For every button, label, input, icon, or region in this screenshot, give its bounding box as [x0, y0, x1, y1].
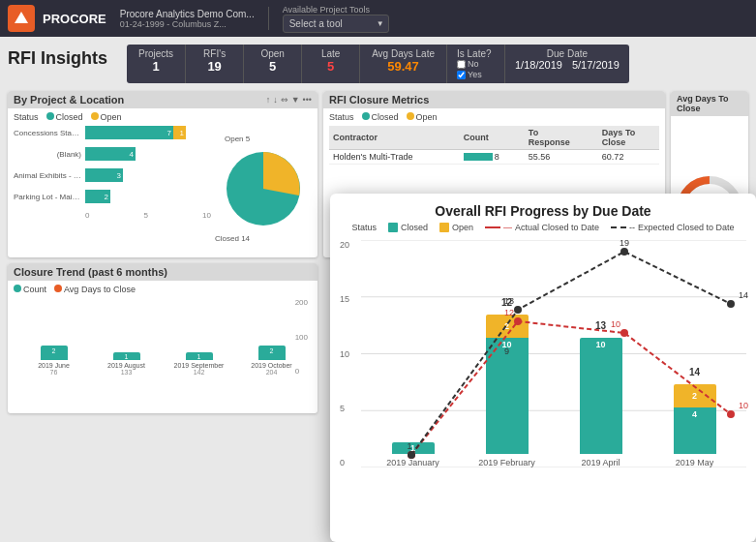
label-jan: 1	[407, 441, 411, 451]
by-project-panel: By Project & Location ↑ ↓ ⇔ ▼ ••• Status…	[8, 91, 318, 257]
tools-section: Available Project Tools Select a tool	[283, 5, 389, 33]
teal-bar: 2	[85, 190, 110, 203]
rfi-progress-title: Overall RFI Progress by Due Date	[340, 203, 746, 219]
to-response-cell: 55.56	[525, 150, 598, 165]
label-apr-exp: 19	[620, 238, 629, 248]
label-may-exp: 14	[739, 290, 748, 300]
open-legend-dot	[91, 112, 99, 120]
x-axis: 0510	[14, 211, 211, 220]
trend-group-2: 1 2019 September 142	[166, 298, 231, 376]
sort-asc-icon[interactable]: ↑	[266, 95, 271, 105]
status-label: Status	[351, 223, 377, 232]
is-late-yes-checkbox[interactable]	[457, 71, 466, 79]
label-apr-act: 10	[611, 319, 620, 329]
col-to-response: ToResponse	[525, 126, 598, 150]
legend-closed: Closed	[388, 223, 428, 232]
stat-due-date: Due Date 1/18/2019 5/17/2019	[505, 45, 629, 83]
project-name: Procore Analytics Demo Com...	[120, 9, 255, 19]
trend-group-0: 2 2019 June 76	[21, 298, 86, 376]
closed-dot	[362, 112, 370, 120]
stat-avg-days: Avg Days Late 59.47	[360, 45, 447, 83]
avg-days-title-bar: Avg Days To Close	[671, 91, 748, 116]
progress-chart: 0 5 10 15 20 1	[340, 240, 746, 492]
resize-icon[interactable]: ⇔	[281, 95, 288, 105]
avg-days-title: Avg Days To Close	[677, 94, 742, 113]
main-content: RFI Insights Projects 1 RFI's 19 Open 5 …	[0, 37, 756, 542]
panel-toolbar: ↑ ↓ ⇔ ▼ •••	[266, 95, 312, 105]
expected-dot-apr	[620, 248, 628, 256]
expected-line	[611, 226, 626, 228]
line-overlay-svg: 1 13 19 14 12 10 10 9	[361, 240, 746, 467]
actual-dot-apr	[620, 329, 628, 337]
filter-icon[interactable]: ▼	[291, 95, 300, 105]
brand-name: PROCORE	[43, 12, 106, 26]
top-nav: PROCORE Procore Analytics Demo Com... 01…	[0, 0, 756, 37]
project-info: Procore Analytics Demo Com... 01-24-1999…	[120, 9, 255, 29]
actual-line	[485, 226, 500, 228]
tools-label: Available Project Tools	[283, 5, 389, 15]
by-project-title: By Project & Location	[14, 94, 124, 105]
actual-dot-may	[727, 410, 735, 418]
by-project-chart: Concessions Stands -... 7 1 (Blank) 4	[14, 126, 312, 252]
stat-is-late: Is Late? No Yes	[447, 45, 505, 83]
closed-legend-dot	[46, 112, 54, 120]
closure-trend-panel: Closure Trend (past 6 months) Count Avg …	[8, 263, 318, 413]
legend-expected: -- Expected Closed to Date	[611, 223, 735, 232]
closure-metrics-title-bar: RFI Closure Metrics	[323, 91, 665, 108]
expected-dot-may	[727, 300, 735, 308]
closure-metrics-legend: Status Closed Open	[329, 112, 659, 122]
stat-open: Open 5	[244, 45, 302, 83]
teal-bar: 3	[85, 168, 123, 182]
pie-svg	[220, 145, 307, 232]
bar-row-3: Parking Lot - Main Lo... 2	[14, 190, 211, 203]
legend-actual: — Actual Closed to Date	[485, 223, 599, 232]
closure-trend-title: Closure Trend (past 6 months)	[14, 266, 167, 278]
bar-row-0: Concessions Stands -... 7 1	[14, 126, 211, 139]
by-project-title-bar: By Project & Location ↑ ↓ ⇔ ▼ •••	[8, 91, 318, 108]
metrics-table: Contractor Count ToResponse Days ToClose…	[329, 126, 659, 165]
col-contractor: Contractor	[329, 126, 460, 150]
is-late-yes[interactable]: Yes	[457, 70, 495, 79]
trend-bar-2: 1	[186, 352, 213, 360]
yellow-bar: 1	[173, 126, 186, 139]
bar-row-1: (Blank) 4	[14, 147, 211, 161]
stat-rfis: RFI's 19	[186, 45, 244, 83]
stats-bar: Projects 1 RFI's 19 Open 5 Late 5 Avg Da…	[127, 45, 629, 83]
label-may-act: 10	[739, 401, 748, 410]
legend-open: Open	[439, 223, 473, 232]
closure-trend-title-bar: Closure Trend (past 6 months)	[8, 263, 318, 281]
days-to-close-cell: 60.72	[598, 150, 659, 165]
svg-marker-0	[15, 12, 28, 23]
trend-chart: 200 100 0 2 2019 June 76 1 2019 Augus	[14, 298, 312, 376]
rfi-progress-panel: Overall RFI Progress by Due Date Status …	[330, 194, 756, 542]
teal-bar: 4	[85, 147, 136, 161]
label-feb-act: 12	[504, 308, 514, 317]
stat-projects: Projects 1	[127, 45, 186, 83]
by-project-legend: Status Closed Open	[14, 112, 312, 122]
tool-select-dropdown[interactable]: Select a tool	[283, 15, 389, 33]
actual-dot-feb	[514, 317, 522, 325]
stat-late: Late 5	[302, 45, 360, 83]
trend-bar-1: 1	[113, 352, 140, 360]
expected-dot-feb	[514, 306, 522, 314]
col-count: Count	[460, 126, 525, 150]
trend-group-1: 1 2019 August 133	[94, 298, 159, 376]
sort-desc-icon[interactable]: ↓	[273, 95, 278, 105]
pie-closed-label: Closed 14	[215, 234, 250, 243]
rfi-progress-legend: Status Closed Open — Actual Closed to Da…	[340, 223, 746, 232]
is-late-no-checkbox[interactable]	[457, 60, 466, 69]
label-feb-exp: 13	[504, 296, 514, 306]
more-icon[interactable]: •••	[303, 95, 312, 105]
col-days-to-close: Days ToClose	[598, 126, 659, 150]
label-feb-2: 9	[504, 346, 509, 356]
y-axis-right: 200 100 0	[295, 298, 308, 376]
metrics-row: Holden's Multi-Trade 8 55.56 60.72	[329, 150, 659, 165]
count-cell: 8	[460, 150, 525, 165]
count-dot	[14, 285, 21, 292]
project-date: 01-24-1999 - Columbus Z...	[120, 19, 255, 29]
pie-open-label: Open 5	[225, 135, 250, 143]
closed-swatch	[388, 223, 398, 232]
is-late-no[interactable]: No	[457, 59, 495, 69]
open-dot	[407, 112, 414, 120]
avg-dot	[54, 285, 62, 292]
